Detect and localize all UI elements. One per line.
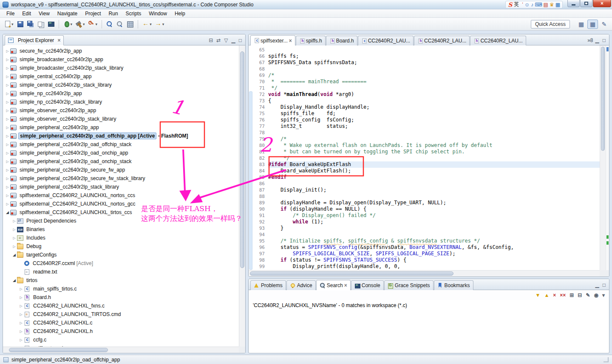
ccs-edit-perspective-button[interactable]: ▦: [587, 20, 598, 29]
ime-voice-icon[interactable]: ♪: [531, 2, 533, 8]
expand-all-button[interactable]: ⊞: [570, 293, 574, 298]
expand-toggle-icon[interactable]: ▷: [18, 296, 24, 299]
tree-item[interactable]: ▷CC2640R2_LAUNCHXL.h: [3, 327, 239, 336]
copy-button[interactable]: [36, 19, 45, 29]
code-line[interactable]: 79 /*: [249, 136, 600, 142]
tree-item[interactable]: ▷simple_central_cc2640r2lp_app: [3, 72, 239, 81]
sogou-logo-icon[interactable]: S: [508, 1, 512, 8]
editor-tab[interactable]: CC2640R2_LAU...: [414, 36, 470, 45]
save-button[interactable]: [15, 19, 25, 29]
code-line[interactable]: 65: [249, 47, 600, 53]
maximize-view-icon[interactable]: □: [239, 38, 242, 43]
expand-toggle-icon[interactable]: ▷: [18, 313, 24, 316]
overview-ruler[interactable]: [606, 45, 609, 270]
code-line[interactable]: 92 while (1);: [249, 219, 600, 225]
expand-toggle-icon[interactable]: ▷: [5, 194, 10, 198]
code-line[interactable]: 66spiffs fs;: [249, 53, 600, 59]
maximize-window-button[interactable]: [580, 0, 592, 7]
code-line[interactable]: 84 Board_wakeUpExtFlash();: [249, 168, 600, 174]
code-line[interactable]: 86: [249, 181, 600, 187]
close-view-icon[interactable]: ×: [57, 37, 60, 43]
line-number[interactable]: 70: [249, 79, 268, 85]
tree-item[interactable]: ▷CC2640R2_LAUNCHXL_TIRTOS.cmd: [3, 310, 239, 319]
tree-item[interactable]: ▷CC2640R2_LAUNCHXL_fxns.c: [3, 302, 239, 310]
expand-toggle-icon[interactable]: ▷: [5, 185, 10, 189]
code-line[interactable]: 82 */: [249, 155, 600, 161]
close-tab-icon[interactable]: ×: [289, 38, 292, 44]
ime-trophy-icon[interactable]: ♛: [550, 2, 554, 8]
bottom-tab-advice[interactable]: Advice: [286, 280, 316, 290]
bottom-tab-search[interactable]: Search×: [316, 280, 351, 290]
line-number[interactable]: 68: [249, 66, 268, 72]
expand-toggle-icon[interactable]: ▷: [5, 126, 10, 130]
new-file-button[interactable]: ▾: [3, 19, 15, 29]
expand-toggle-icon[interactable]: ▷: [5, 58, 10, 62]
tree-item[interactable]: ▷CC2640R2_LAUNCHXL.c: [3, 319, 239, 327]
code-line[interactable]: 93 }: [249, 225, 600, 231]
collapse-toggle-icon[interactable]: ◢: [11, 278, 17, 282]
line-number[interactable]: 65: [249, 47, 268, 53]
tree-item[interactable]: ◢spiffsexternal_CC2640R2_LAUNCHXL_tirtos…: [3, 208, 239, 217]
code-line[interactable]: 83#ifdef Board_wakeUpExtFlash: [249, 161, 600, 168]
code-line[interactable]: 85#endif: [249, 174, 600, 181]
explorer-vertical-scrollbar[interactable]: [239, 45, 245, 347]
tree-item[interactable]: ▷simple_broadcaster_cc2640r2lp_stack_lib…: [3, 64, 239, 72]
expand-toggle-icon[interactable]: ▷: [18, 338, 24, 342]
expand-toggle-icon[interactable]: ▷: [5, 109, 10, 113]
tree-item[interactable]: ▷simple_peripheral_cc2640r2lp_oad_offchi…: [3, 132, 239, 140]
overview-mark[interactable]: [606, 47, 609, 51]
code-line[interactable]: 68: [249, 66, 600, 72]
tree-item[interactable]: ▷spiffsexternal_CC2640R2_LAUNCHXL_nortos…: [3, 200, 239, 208]
expand-toggle-icon[interactable]: ▷: [18, 330, 24, 333]
expand-toggle-icon[interactable]: ▷: [5, 92, 10, 96]
editor-tab[interactable]: spiffs.h: [296, 36, 326, 45]
ime-mode-label[interactable]: 英: [514, 1, 519, 8]
tab-project-explorer[interactable]: Project Explorer ×: [5, 35, 64, 45]
tree-item[interactable]: ▷main_spiffs_tirtos.c: [3, 285, 239, 293]
tree-item[interactable]: ▷ccfg.c: [3, 336, 239, 344]
code-line[interactable]: 76 spiffs_config fsConfig;: [249, 117, 600, 123]
code-line[interactable]: 97 SPIFFS_LOGICAL_BLOCK_SIZE, SPIFFS_LOG…: [249, 251, 600, 257]
menu-item-edit[interactable]: Edit: [18, 10, 35, 17]
tree-item[interactable]: ▷secure_fw_cc2640r2lp_app: [3, 47, 239, 55]
show-console-button[interactable]: [46, 19, 56, 29]
menu-item-help[interactable]: Help: [171, 10, 189, 17]
code-line[interactable]: 74 Display_Handle displayHandle;: [249, 104, 600, 110]
minimize-view-icon[interactable]: ▁: [232, 38, 235, 43]
expand-toggle-icon[interactable]: ▷: [5, 75, 10, 79]
expand-toggle-icon[interactable]: ▷: [11, 245, 17, 248]
view-menu-button[interactable]: ▾: [602, 293, 605, 298]
code-line[interactable]: 88: [249, 193, 600, 200]
menu-item-file[interactable]: File: [3, 10, 18, 17]
tree-item[interactable]: ▷simple_peripheral_cc2640r2lp_secure_fw_…: [3, 166, 239, 174]
tree-item[interactable]: ▷Debug: [3, 242, 239, 251]
scrollbar-thumb[interactable]: [9, 348, 108, 352]
tab-overflow-badge[interactable]: »8: [587, 37, 595, 45]
minimize-view-icon[interactable]: ▁: [595, 282, 599, 288]
code-line[interactable]: 71 */: [249, 85, 600, 91]
tree-item[interactable]: ▷simple_peripheral_cc2640r2lp_stack_libr…: [3, 183, 239, 191]
ime-toolbox-icon[interactable]: ▤: [544, 2, 548, 8]
expand-toggle-icon[interactable]: ▷: [5, 168, 10, 172]
code-line[interactable]: 80 * Wake up external flash on LaunchPad…: [249, 142, 600, 149]
dropdown-arrow-icon[interactable]: ▾: [71, 22, 73, 26]
tree-item[interactable]: ◢targetConfigs: [3, 251, 239, 259]
maximize-view-icon[interactable]: □: [603, 282, 606, 288]
code-line[interactable]: 78: [249, 130, 600, 136]
code-line[interactable]: 70 * ======== mainThread ========: [249, 79, 600, 85]
expand-toggle-icon[interactable]: ▷: [5, 143, 10, 147]
code-line[interactable]: 81 * but can be turned on by toggling th…: [249, 149, 600, 155]
search-button[interactable]: [105, 19, 114, 29]
tree-item[interactable]: ▷Board.h: [3, 293, 239, 302]
bottom-tab-bookmarks[interactable]: Bookmarks: [434, 280, 473, 290]
code-line[interactable]: 94: [249, 231, 600, 238]
editor-vertical-scrollbar[interactable]: [600, 45, 606, 270]
expand-toggle-icon[interactable]: ▷: [18, 304, 24, 308]
editor-horizontal-scrollbar[interactable]: [249, 270, 600, 277]
code-line[interactable]: 67SPIFFSNVS_Data spiffsnvsData;: [249, 59, 600, 66]
bottom-tab-problems[interactable]: Problems: [250, 280, 286, 290]
dropdown-arrow-icon[interactable]: ▾: [83, 22, 85, 26]
ccs-debug-perspective-button[interactable]: ✎: [599, 20, 609, 29]
expand-toggle-icon[interactable]: ▷: [11, 228, 17, 231]
expand-toggle-icon[interactable]: ▷: [5, 49, 10, 53]
